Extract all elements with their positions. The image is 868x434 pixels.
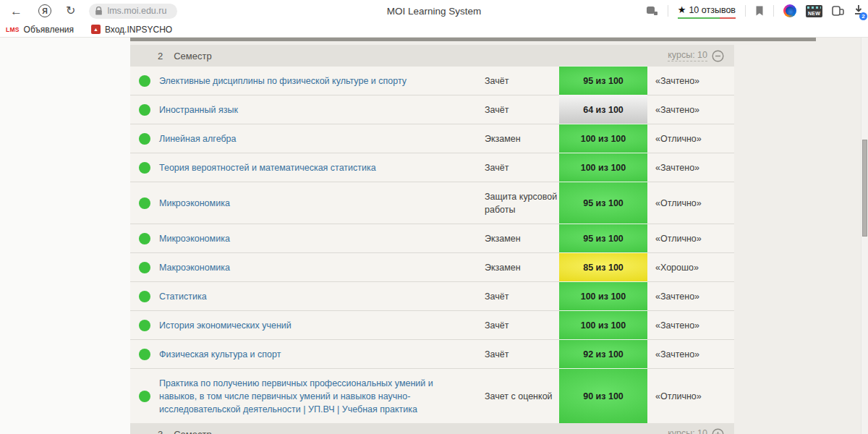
course-rows: Элективные дисциплины по физической куль…: [130, 67, 734, 423]
divider: [773, 5, 774, 17]
course-row: История экономических учений Зачёт 100 и…: [130, 310, 734, 339]
status-dot-icon: [139, 320, 150, 331]
grade-text: «Отлично»: [647, 383, 734, 409]
back-button[interactable]: ←: [10, 5, 22, 17]
collections-icon[interactable]: [832, 6, 844, 17]
grade-text: «Зачтено»: [647, 97, 734, 122]
course-link[interactable]: История экономических учений: [159, 311, 485, 339]
assessment-type: Зачёт: [485, 95, 559, 124]
score-badge: 95 из 100: [559, 182, 647, 224]
rating-bar: [678, 17, 736, 20]
course-row: Микроэкономика Защита курсовой работы 95…: [130, 182, 734, 224]
scrollbar-thumb[interactable]: [862, 140, 867, 237]
grade-text: «Зачтено»: [647, 284, 734, 309]
browser-toolbar: ← Я ↻ lms.moi.edu.ru MOI Learning System…: [0, 0, 868, 22]
assessment-type: Зачёт: [485, 311, 559, 339]
semester-3-header: 3 Семестр курсы: 10: [130, 423, 734, 434]
score-badge: 95 из 100: [559, 224, 647, 252]
downloads-count-badge: 2: [859, 12, 867, 20]
assessment-type: Экзамен: [485, 224, 559, 252]
score-badge: 100 из 100: [559, 281, 647, 310]
course-row: Статистика Зачёт 100 из 100 «Зачтено»: [130, 281, 734, 310]
yandex-home-icon[interactable]: Я: [38, 4, 51, 17]
course-row: Элективные дисциплины по физической куль…: [130, 67, 734, 95]
course-link[interactable]: Теория вероятностей и математическая ста…: [159, 153, 485, 182]
grade-text: «Хорошо»: [647, 255, 734, 280]
course-link[interactable]: Микроэкономика: [159, 224, 485, 252]
course-link[interactable]: Макроэкономика: [159, 253, 485, 281]
assessment-type: Зачёт: [485, 340, 559, 368]
grade-text: «Отлично»: [647, 190, 734, 216]
bookmarks-bar: LMS Объявления ▲ Вход.INPSYCHO: [0, 22, 868, 38]
course-row: Теория вероятностей и математическая ста…: [130, 153, 734, 182]
status-dot-icon: [139, 291, 150, 302]
rating-count: 10 отзывов: [689, 5, 736, 15]
course-row: Микроэкономика Экзамен 95 из 100 «Отличн…: [130, 224, 734, 252]
course-row: Макроэкономика Экзамен 85 из 100 «Хорошо…: [130, 252, 734, 281]
score-badge: 100 из 100: [559, 310, 647, 339]
score-badge: 64 из 100: [559, 95, 647, 124]
courses-count-link[interactable]: курсы: 10: [668, 428, 707, 434]
collapse-section-icon[interactable]: [712, 50, 724, 62]
status-dot-icon: [139, 349, 150, 360]
downloads-icon[interactable]: 2: [854, 4, 864, 18]
grade-text: «Зачтено»: [647, 68, 734, 93]
course-row: Практика по получению первичных професси…: [130, 368, 734, 423]
course-link[interactable]: Элективные дисциплины по физической куль…: [159, 67, 485, 95]
status-dot-icon: [139, 133, 150, 145]
score-badge: 100 из 100: [559, 124, 647, 153]
status-dot-icon: [139, 233, 150, 244]
course-link[interactable]: Физическая культура и спорт: [159, 340, 485, 368]
course-link[interactable]: Микроэкономика: [159, 189, 485, 217]
score-badge: 95 из 100: [559, 66, 647, 95]
status-dot-icon: [139, 197, 150, 209]
courses-count-link[interactable]: курсы: 10: [668, 50, 707, 61]
score-badge: 100 из 100: [559, 153, 647, 182]
refresh-button[interactable]: ↻: [66, 5, 75, 17]
course-row: Иностранный язык Зачёт 64 из 100 «Зачтен…: [130, 95, 734, 124]
previous-section-edge: [130, 38, 816, 41]
assessment-type: Экзамен: [485, 253, 559, 281]
grade-text: «Отлично»: [647, 126, 734, 151]
grade-text: «Отлично»: [647, 226, 734, 251]
course-link[interactable]: Линейная алгебра: [159, 124, 485, 153]
address-bar[interactable]: lms.moi.edu.ru: [89, 4, 177, 19]
divider: [745, 5, 746, 17]
score-badge: 90 из 100: [559, 368, 647, 423]
assessment-type: Зачёт: [485, 67, 559, 95]
site-rating-widget[interactable]: ★ 10 отзывов: [678, 4, 736, 17]
assessment-type: Зачёт: [485, 282, 559, 310]
bookmark-announcements[interactable]: LMS Объявления: [6, 25, 74, 35]
course-row: Физическая культура и спорт Зачёт 92 из …: [130, 339, 734, 368]
lms-favicon: LMS: [6, 26, 20, 33]
semester-2-header: 2 Семестр курсы: 10: [130, 45, 734, 67]
status-dot-icon: [139, 162, 150, 174]
grade-text: «Зачтено»: [647, 341, 734, 367]
grade-text: «Зачтено»: [647, 312, 734, 338]
page-scrollbar[interactable]: [861, 38, 868, 434]
course-link[interactable]: Статистика: [159, 282, 485, 310]
assessment-type: Экзамен: [485, 124, 559, 153]
status-dot-icon: [139, 391, 150, 402]
status-dot-icon: [139, 75, 150, 87]
course-row: Линейная алгебра Экзамен 100 из 100 «Отл…: [130, 124, 734, 153]
assessment-type: Защита курсовой работы: [485, 182, 559, 224]
assessment-type: Зачет с оценкой: [485, 382, 559, 410]
expand-section-icon[interactable]: [712, 428, 724, 434]
course-link[interactable]: Иностранный язык: [159, 95, 485, 124]
score-badge: 85 из 100: [559, 252, 647, 281]
lock-icon: [95, 7, 103, 16]
panels-icon[interactable]: [646, 6, 658, 16]
divider: [668, 5, 668, 17]
left-margin: [0, 38, 130, 434]
page-content: 2 Семестр курсы: 10 Элективные дисциплин…: [0, 38, 868, 434]
new-releases-icon[interactable]: NEW: [806, 5, 822, 17]
toolbar-icons: ★ 10 отзывов NEW 2: [646, 0, 865, 22]
course-link[interactable]: Практика по получению первичных професси…: [159, 369, 485, 423]
bookmark-inpsycho[interactable]: ▲ Вход.INPSYCHO: [91, 25, 172, 35]
status-dot-icon: [139, 262, 150, 273]
status-dot-icon: [139, 104, 150, 116]
extension-circle-icon[interactable]: [783, 4, 796, 17]
inpsycho-favicon: ▲: [91, 25, 101, 34]
bookmark-flag-icon[interactable]: [755, 5, 764, 17]
